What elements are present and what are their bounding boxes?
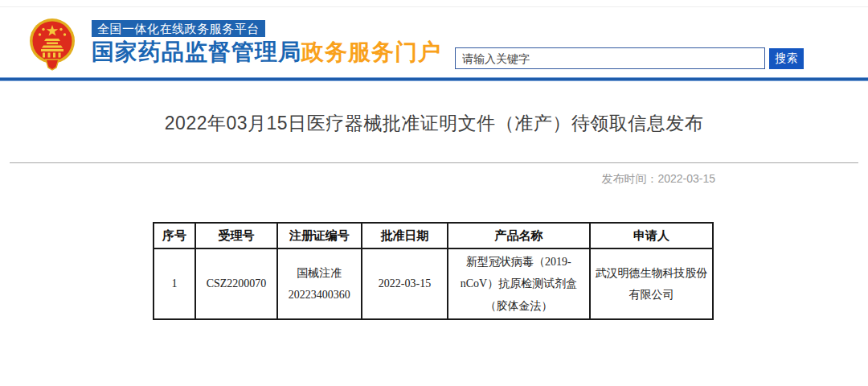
cell-registration-no: 国械注准 20223400360 <box>277 248 362 319</box>
publish-time: 发布时间：2022-03-15 <box>153 172 715 187</box>
col-header-approval-date: 批准日期 <box>362 223 448 248</box>
col-header-applicant: 申请人 <box>590 223 713 248</box>
cell-product-name: 新型冠状病毒（2019-nCoV）抗原检测试剂盒（胶体金法） <box>448 248 590 319</box>
main-content: 2022年03月15日医疗器械批准证明文件（准产）待领取信息发布 发布时间：20… <box>0 111 868 320</box>
brand-block: 全国一体化在线政务服务平台 国家药品监督管理局政务服务门户 <box>92 20 441 65</box>
cell-seq: 1 <box>154 248 195 319</box>
site-title: 国家药品监督管理局政务服务门户 <box>92 39 441 65</box>
cell-applicant: 武汉明德生物科技股份有限公司 <box>590 248 713 319</box>
table-row: 1 CSZ2200070 国械注准 20223400360 2022-03-15… <box>154 248 713 319</box>
platform-badge: 全国一体化在线政务服务平台 <box>92 20 265 37</box>
china-national-emblem-icon <box>27 16 78 71</box>
approval-info-table: 序号 受理号 注册证编号 批准日期 产品名称 申请人 1 CSZ2200070 … <box>153 222 714 320</box>
col-header-seq: 序号 <box>154 223 195 248</box>
page-title: 2022年03月15日医疗器械批准证明文件（准产）待领取信息发布 <box>0 111 868 136</box>
cell-acceptance-no: CSZ2200070 <box>195 248 277 319</box>
cell-approval-date: 2022-03-15 <box>362 248 448 319</box>
search-input[interactable] <box>455 47 765 69</box>
col-header-acceptance-no: 受理号 <box>195 223 277 248</box>
site-name: 国家药品监督管理局 <box>92 39 301 64</box>
top-divider <box>0 0 868 7</box>
site-header: 全国一体化在线政务服务平台 国家药品监督管理局政务服务门户 搜索 <box>0 7 868 77</box>
title-divider <box>10 162 858 163</box>
search-area: 搜索 <box>455 47 804 69</box>
col-header-registration-no: 注册证编号 <box>277 223 362 248</box>
portal-name: 政务服务门户 <box>301 39 441 64</box>
table-header-row: 序号 受理号 注册证编号 批准日期 产品名称 申请人 <box>154 223 713 248</box>
header-blue-divider <box>0 77 868 81</box>
col-header-product-name: 产品名称 <box>448 223 590 248</box>
search-button[interactable]: 搜索 <box>769 48 804 69</box>
